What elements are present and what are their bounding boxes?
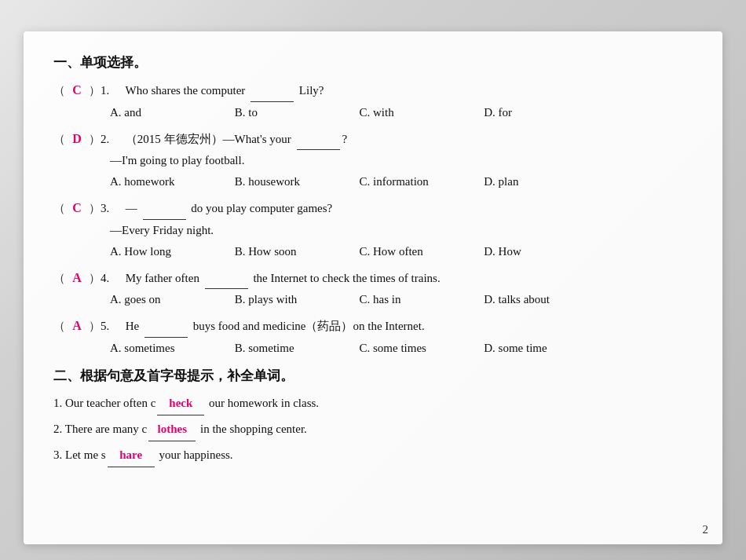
q3-blank	[143, 199, 186, 220]
paper: 一、单项选择。 （ C ） 1. Who shares the computer…	[24, 31, 722, 544]
q5-optD: D. some time	[484, 338, 605, 359]
q5-open-paren: （	[53, 317, 65, 337]
f3-num: 3.	[53, 448, 65, 461]
q2-close-paren: ）	[89, 130, 101, 150]
q2-open-paren: （	[53, 130, 65, 150]
q1-text: Who shares the computer Lily?	[123, 81, 324, 102]
q1-options: A. and B. to C. with D. for	[110, 102, 693, 123]
fill-2: 2. There are many clothes in the shoppin…	[53, 417, 693, 441]
q1-open-paren: （	[53, 81, 65, 101]
q1-optD: D. for	[484, 102, 605, 123]
q5-answer: A	[67, 315, 87, 336]
q2-subtext: —I'm going to play football.	[110, 150, 693, 171]
q5-options: A. sometimes B. sometime C. some times D…	[110, 338, 693, 359]
q4-options: A. goes on B. plays with C. has in D. ta…	[110, 289, 693, 310]
q5-number: 5.	[101, 317, 123, 337]
f1-after: our homework in class.	[206, 397, 319, 409]
q5-line: （ A ） 5. He buys food and medicine（药品）on…	[53, 315, 693, 338]
question-4: （ A ） 4. My father often the Internet to…	[53, 267, 693, 311]
q1-blank	[250, 81, 294, 102]
q3-close-paren: ）	[89, 199, 101, 219]
f2-num: 2.	[53, 423, 65, 435]
question-2: （ D ） 2. （2015 年德宏州）—What's your ? —I'm …	[53, 128, 693, 193]
q1-optA: A. and	[110, 102, 232, 123]
q1-line: （ C ） 1. Who shares the computer Lily?	[53, 79, 693, 102]
page-number: 2	[703, 523, 709, 536]
section1-title: 一、单项选择。	[53, 53, 693, 71]
q2-optB: B. housework	[235, 171, 357, 192]
q2-optD: D. plan	[484, 171, 605, 192]
q4-blank	[205, 269, 248, 290]
q3-optD: D. How	[484, 241, 605, 262]
fill-3: 3. Let me share your happiness.	[53, 443, 693, 467]
f3-answer: hare	[108, 443, 155, 467]
q4-close-paren: ）	[89, 269, 101, 289]
q3-optC: C. How often	[360, 241, 481, 262]
q2-answer: D	[67, 128, 87, 149]
q4-answer: A	[67, 267, 87, 288]
q3-text: — do you play computer games?	[123, 199, 332, 220]
q4-optD: D. talks about	[484, 289, 605, 310]
q5-optC: C. some times	[360, 338, 481, 359]
q2-optC: C. information	[360, 171, 481, 192]
q4-optA: A. goes on	[110, 289, 232, 310]
question-1: （ C ） 1. Who shares the computer Lily? A…	[53, 79, 693, 123]
q3-optA: A. How long	[110, 241, 232, 262]
q2-blank	[297, 130, 340, 151]
q1-answer: C	[67, 79, 87, 101]
q3-optB: B. How soon	[235, 241, 357, 262]
f1-num: 1.	[53, 397, 65, 409]
f1-before: Our teacher often c	[65, 397, 155, 409]
q5-blank	[144, 317, 188, 338]
q3-answer: C	[67, 197, 87, 218]
f2-before: There are many c	[65, 423, 148, 435]
q5-optB: B. sometime	[235, 338, 357, 359]
section2-title: 二、根据句意及首字母提示，补全单词。	[53, 367, 693, 385]
q4-open-paren: （	[53, 269, 65, 289]
q3-open-paren: （	[53, 199, 65, 219]
q4-line: （ A ） 4. My father often the Internet to…	[53, 267, 693, 290]
q1-optB: B. to	[235, 102, 357, 123]
question-3: （ C ） 3. — do you play computer games? —…	[53, 197, 693, 262]
q1-optC: C. with	[360, 102, 481, 123]
f3-before: Let me s	[65, 448, 106, 461]
q5-text: He buys food and medicine（药品）on the Inte…	[123, 317, 425, 338]
f2-answer: lothes	[148, 417, 196, 441]
q3-line: （ C ） 3. — do you play computer games?	[53, 197, 693, 220]
q4-optC: C. has in	[360, 289, 481, 310]
q5-close-paren: ）	[89, 317, 101, 337]
q4-number: 4.	[101, 269, 123, 289]
q3-options: A. How long B. How soon C. How often D. …	[110, 241, 693, 262]
q2-text: （2015 年德宏州）—What's your ?	[123, 130, 347, 151]
f1-answer: heck	[157, 391, 204, 415]
q1-close-paren: ）	[89, 81, 101, 101]
q1-number: 1.	[101, 81, 123, 101]
f3-after: your happiness.	[156, 448, 233, 461]
q3-subtext: —Every Friday night.	[110, 220, 693, 241]
q4-optB: B. plays with	[235, 289, 357, 310]
q4-text: My father often the Internet to check th…	[123, 269, 441, 290]
fill-1: 1. Our teacher often check our homework …	[53, 391, 693, 415]
question-5: （ A ） 5. He buys food and medicine（药品）on…	[53, 315, 693, 359]
q5-optA: A. sometimes	[110, 338, 232, 359]
q3-number: 3.	[101, 199, 123, 219]
q2-options: A. homework B. housework C. information …	[110, 171, 693, 192]
q2-line: （ D ） 2. （2015 年德宏州）—What's your ?	[53, 128, 693, 151]
q2-number: 2.	[101, 130, 123, 150]
f2-after: in the shopping center.	[197, 423, 307, 435]
q2-optA: A. homework	[110, 171, 232, 192]
